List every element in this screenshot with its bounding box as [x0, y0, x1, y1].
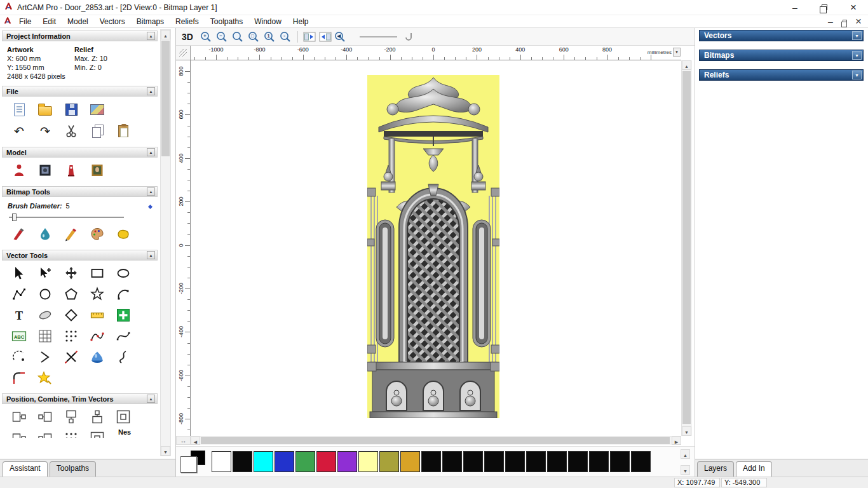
units-dropdown-button[interactable]: [673, 48, 681, 57]
menu-bitmaps[interactable]: Bitmaps: [131, 16, 170, 27]
align-center-tool-button[interactable]: [114, 408, 132, 426]
zoom-back-button[interactable]: ◀: [333, 29, 348, 44]
nesting-tool-label[interactable]: Nes: [118, 428, 131, 436]
horizontal-scrollbar[interactable]: [191, 436, 681, 445]
cut-button[interactable]: [62, 122, 80, 140]
save-file-button[interactable]: [62, 100, 80, 118]
collapse-up-icon[interactable]: [147, 251, 155, 259]
palette-color-18[interactable]: [589, 451, 609, 472]
zoom-last-button[interactable]: [231, 29, 245, 44]
palette-color-9[interactable]: [400, 451, 420, 472]
create-arc-button[interactable]: [114, 285, 132, 303]
zoom-fit-button[interactable]: ▫: [278, 29, 293, 44]
pan-right-button[interactable]: [318, 29, 333, 44]
bitmaps-section-header[interactable]: Bitmaps: [699, 50, 864, 61]
close-button[interactable]: [839, 0, 868, 15]
palette-color-14[interactable]: [505, 451, 525, 472]
model-figure-button[interactable]: [10, 161, 28, 179]
collapse-up-icon[interactable]: [147, 187, 155, 196]
reliefs-section-header[interactable]: Reliefs: [699, 69, 864, 81]
3d-view-button[interactable]: 3D: [182, 32, 193, 42]
collapse-up-icon[interactable]: [147, 395, 155, 403]
open-file-button[interactable]: [36, 100, 54, 118]
mdi-close-button[interactable]: [854, 17, 863, 26]
palette-color-11[interactable]: [442, 451, 462, 472]
export-image-button[interactable]: [88, 100, 106, 118]
pan-left-button[interactable]: [302, 29, 317, 44]
scroll-down-button[interactable]: [682, 426, 691, 436]
menu-help[interactable]: Help: [287, 16, 315, 27]
extrude-spin-button[interactable]: [88, 348, 106, 366]
flood-fill-button[interactable]: [114, 225, 132, 243]
palette-color-4[interactable]: [295, 451, 315, 472]
section-header-position-combine-trim[interactable]: Position, Combine, Trim Vectors: [2, 393, 158, 404]
section-header-file[interactable]: File: [2, 86, 158, 97]
align-bottom-tool-button[interactable]: [88, 408, 106, 426]
select-vectors-button[interactable]: [10, 264, 28, 282]
trim-vectors-button[interactable]: [62, 348, 80, 366]
create-diamond-button[interactable]: [62, 306, 80, 324]
menu-edit[interactable]: Edit: [37, 16, 62, 27]
palette-scroll-up-button[interactable]: [681, 449, 690, 459]
scroll-up-button[interactable]: [682, 60, 691, 70]
join-vectors-button[interactable]: [10, 348, 28, 366]
menu-toolpaths[interactable]: Toolpaths: [205, 16, 248, 27]
scrollbar-thumb[interactable]: [682, 71, 691, 424]
combine-weld-button[interactable]: [88, 430, 106, 438]
expand-dropdown-icon[interactable]: [852, 71, 862, 79]
palette-color-17[interactable]: [568, 451, 588, 472]
menu-file[interactable]: File: [13, 16, 37, 27]
model-tower-button[interactable]: [62, 161, 80, 179]
menu-vectors[interactable]: Vectors: [94, 16, 131, 27]
paste-array-button[interactable]: [62, 327, 80, 345]
assistant-scrollbar[interactable]: [160, 29, 171, 456]
create-circle-button[interactable]: [36, 285, 54, 303]
fit-curve-button[interactable]: [114, 327, 132, 345]
fillet-corner-button[interactable]: [10, 369, 28, 387]
palette-color-1[interactable]: [233, 451, 252, 472]
menu-model[interactable]: Model: [62, 16, 94, 27]
palette-scroll-down-button[interactable]: [681, 465, 690, 475]
new-file-button[interactable]: [10, 100, 28, 118]
primary-secondary-colors[interactable]: [180, 450, 208, 474]
palette-color-20[interactable]: [631, 451, 651, 472]
vertical-scrollbar[interactable]: [681, 60, 692, 436]
zoom-1to1-button[interactable]: 1: [262, 29, 277, 44]
pencil-button[interactable]: [62, 225, 80, 243]
collapse-up-icon[interactable]: [147, 87, 155, 95]
palette-color-6[interactable]: [337, 451, 357, 472]
zoom-box-button[interactable]: □: [247, 29, 261, 44]
measure-tool-button[interactable]: [88, 306, 106, 324]
scroll-up-button[interactable]: [161, 30, 170, 39]
brush-slider-thumb[interactable]: [12, 214, 17, 221]
node-editing-button[interactable]: [36, 264, 54, 282]
scroll-left-button[interactable]: [191, 437, 200, 445]
combine-union-button[interactable]: [10, 430, 28, 438]
pan-corner-button[interactable]: [176, 436, 191, 445]
palette-scrollbar[interactable]: [681, 449, 691, 475]
fit-spline-button[interactable]: [114, 348, 132, 366]
tab-assistant[interactable]: Assistant: [3, 461, 48, 477]
paint-droplet-button[interactable]: [36, 225, 54, 243]
palette-color-5[interactable]: [316, 451, 336, 472]
undo-button[interactable]: ↶: [10, 122, 28, 140]
vectors-section-header[interactable]: Vectors: [699, 30, 864, 41]
redo-button[interactable]: ↷: [36, 122, 54, 140]
block-copy-button[interactable]: [114, 306, 132, 324]
palette-color-3[interactable]: [275, 451, 294, 472]
canvas-2d-view[interactable]: [191, 60, 681, 436]
align-top-tool-button[interactable]: [62, 408, 80, 426]
palette-color-7[interactable]: [358, 451, 378, 472]
fit-polyline-button[interactable]: [88, 327, 106, 345]
scroll-right-button[interactable]: [672, 437, 681, 445]
palette-color-2[interactable]: [254, 451, 273, 472]
minimize-button[interactable]: [780, 0, 810, 15]
palette-color-15[interactable]: [526, 451, 546, 472]
collapse-up-icon[interactable]: [147, 148, 155, 156]
create-text-button[interactable]: T: [10, 306, 28, 324]
vector-doctor-star-button[interactable]: [36, 369, 54, 387]
mdi-minimize-button[interactable]: [826, 17, 835, 26]
copy-button[interactable]: [88, 122, 106, 140]
expand-dropdown-icon[interactable]: [852, 51, 862, 60]
menu-reliefs[interactable]: Reliefs: [170, 16, 205, 27]
